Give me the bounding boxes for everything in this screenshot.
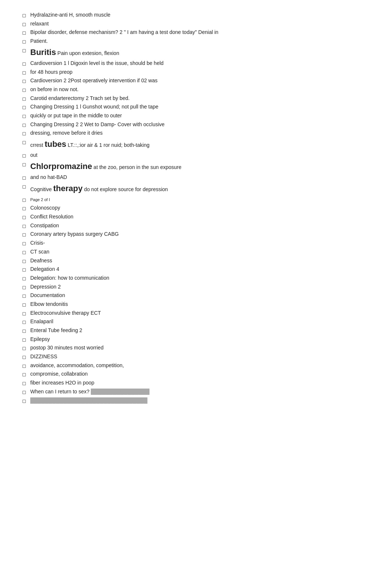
- item-text: Patient.: [30, 37, 370, 45]
- item-text: relaxant: [30, 20, 370, 28]
- bullet-icon: ◻: [22, 205, 30, 212]
- item-text: Enteral Tube feeding 2: [30, 327, 370, 335]
- list-item: ◻compromise, collabration: [22, 370, 370, 378]
- list-item: ◻avoidance, accommodation, competition,: [22, 362, 370, 370]
- item-text: Page 2 of I: [30, 196, 370, 204]
- list-item: ◻When can I return to sex? █████████████…: [22, 388, 370, 396]
- list-item: ◻out: [22, 151, 370, 159]
- list-item: ◻Page 2 of I: [22, 196, 370, 204]
- list-item: ◻Electroconvulsive therapy ECT: [22, 309, 370, 317]
- bullet-icon: ◻: [22, 389, 30, 396]
- item-text: out: [30, 151, 370, 159]
- item-text: dressing, remove before it dries: [30, 129, 370, 137]
- bullet-icon: ◻: [22, 121, 30, 129]
- list-item: ◻Constipation: [22, 222, 370, 230]
- item-text: Delegation: how to communication: [30, 274, 370, 282]
- list-item: ◻Crisis-: [22, 239, 370, 247]
- list-item: ◻Documentation: [22, 292, 370, 300]
- item-text: for 48 hours preop: [30, 68, 370, 76]
- item-text: avoidance, accommodation, competition,: [30, 362, 370, 370]
- item-text: Deafness: [30, 257, 370, 265]
- item-text: Changing Dressing 2 2 Wet to Damp- Cover…: [30, 121, 370, 129]
- list-item: ◻Chlorpromazine at the zoo, person in th…: [22, 160, 370, 173]
- bullet-icon: ◻: [22, 345, 30, 352]
- item-text: When can I return to sex? ██████████████…: [30, 388, 370, 396]
- item-text: Carotid endarterectomy 2 Trach set by be…: [30, 94, 370, 103]
- item-text: Hydralazine-anti H, smooth muscle: [30, 11, 370, 19]
- bullet-icon: ◻: [22, 318, 30, 326]
- bullet-icon: ◻: [22, 397, 30, 405]
- item-text: Epilepsy: [30, 335, 370, 344]
- item-text: compromise, collabration: [30, 370, 370, 378]
- item-text: and no hat-BAD: [30, 173, 370, 182]
- list-item: ◻Hydralazine-anti H, smooth muscle: [22, 11, 370, 19]
- list-item: ◻Colonoscopy: [22, 204, 370, 212]
- item-text: Bipolar disorder, defense mechanism? 2 "…: [30, 28, 370, 37]
- list-item: ◻Patient.: [22, 37, 370, 45]
- bullet-icon: ◻: [22, 336, 30, 344]
- list-item: ◻Buritis Pain upon extesion, flexion: [22, 46, 370, 59]
- item-text: Cardioversion 1 l Digoxin level is the i…: [30, 59, 370, 68]
- item-text: Buritis Pain upon extesion, flexion: [30, 46, 370, 59]
- list-item: ◻postop 30 minutes most worried: [22, 344, 370, 352]
- list-item: ◻Changing Dressing 2 2 Wet to Damp- Cove…: [22, 121, 370, 129]
- item-text: crrest tubes LT.::,:ior air & 1 ror nuid…: [30, 138, 370, 151]
- bullet-icon: ◻: [22, 371, 30, 378]
- item-text: Colonoscopy: [30, 204, 370, 212]
- item-text: Cardioversion 2 2Post operatively interv…: [30, 77, 370, 85]
- bullet-icon: ◻: [22, 152, 30, 159]
- list-item: ◻Cognitive therapy do not explore source…: [22, 182, 370, 195]
- bullet-icon: ◻: [22, 353, 30, 361]
- item-text: Changing Dressing 1 l Gunshot wound; not…: [30, 103, 370, 111]
- list-item: ◻on before in now not.: [22, 86, 370, 94]
- item-text: CT scan: [30, 248, 370, 256]
- bullet-icon: ◻: [22, 258, 30, 265]
- bullet-icon: ◻: [22, 161, 30, 168]
- list-item: ◻relaxant: [22, 20, 370, 28]
- bullet-icon: ◻: [22, 223, 30, 230]
- list-item: ◻Changing Dressing 1 l Gunshot wound; no…: [22, 103, 370, 111]
- list-item: ◻crrest tubes LT.::,:ior air & 1 ror nui…: [22, 138, 370, 151]
- item-text: Electroconvulsive therapy ECT: [30, 309, 370, 317]
- bullet-icon: ◻: [22, 292, 30, 300]
- list-item: ◻fiber increases H2O in poop: [22, 379, 370, 387]
- main-list: ◻Hydralazine-anti H, smooth muscle◻relax…: [22, 11, 370, 405]
- bullet-icon: ◻: [22, 104, 30, 111]
- item-text: Coronary artery bypass surgery CABG: [30, 230, 370, 238]
- bullet-icon: ◻: [22, 47, 30, 54]
- bullet-icon: ◻: [22, 362, 30, 370]
- bullet-icon: ◻: [22, 240, 30, 247]
- bullet-icon: ◻: [22, 38, 30, 45]
- bullet-icon: ◻: [22, 266, 30, 273]
- bullet-icon: ◻: [22, 327, 30, 335]
- item-text: Enalaparil: [30, 318, 370, 326]
- bullet-icon: ◻: [22, 69, 30, 76]
- bullet-icon: ◻: [22, 95, 30, 103]
- bullet-icon: ◻: [22, 275, 30, 282]
- bullet-icon: ◻: [22, 12, 30, 19]
- bullet-icon: ◻: [22, 174, 30, 182]
- list-item: ◻Delegation 4: [22, 265, 370, 273]
- item-text: Crisis-: [30, 239, 370, 247]
- item-text: Cognitive therapy do not explore source …: [30, 182, 370, 195]
- list-item: ◻Conflict Resolution: [22, 213, 370, 221]
- list-item: ◻Carotid endarterectomy 2 Trach set by b…: [22, 94, 370, 103]
- bullet-icon: ◻: [22, 29, 30, 37]
- item-text: Chlorpromazine at the zoo, person in the…: [30, 160, 370, 173]
- list-item: ◻Cardioversion 1 l Digoxin level is the …: [22, 59, 370, 68]
- item-text: postop 30 minutes most worried: [30, 344, 370, 352]
- item-text: fiber increases H2O in poop: [30, 379, 370, 387]
- bullet-icon: ◻: [22, 113, 30, 120]
- bullet-icon: ◻: [22, 130, 30, 137]
- list-item: ◻DIZZINESS: [22, 353, 370, 361]
- bullet-icon: ◻: [22, 380, 30, 387]
- item-text: quickly or put tape in the middle to out…: [30, 112, 370, 120]
- bullet-icon: ◻: [22, 196, 30, 204]
- list-item: ◻and no hat-BAD: [22, 173, 370, 182]
- list-item: ◻Enteral Tube feeding 2: [22, 327, 370, 335]
- list-item: ◻Epilepsy: [22, 335, 370, 344]
- bullet-icon: ◻: [22, 301, 30, 308]
- list-item: ◻Bipolar disorder, defense mechanism? 2 …: [22, 28, 370, 37]
- item-text: Depression 2: [30, 283, 370, 291]
- list-item: ◻CT scan: [22, 248, 370, 256]
